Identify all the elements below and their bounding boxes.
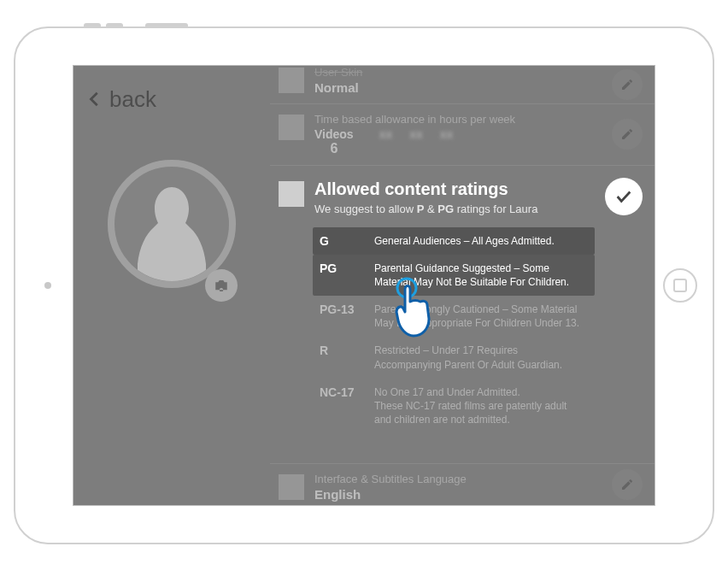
- rating-desc: Parental Guidance Suggested – Some Mater…: [374, 261, 586, 289]
- rating-code: R: [320, 344, 362, 357]
- language-value: English: [314, 487, 595, 502]
- allowance-label: Time based allowance in hours per week: [314, 113, 595, 126]
- allowance-videos-label: Videos: [314, 127, 354, 141]
- checkmark-icon: [614, 187, 633, 206]
- confirm-ratings-button[interactable]: [605, 178, 643, 215]
- camera-icon: [214, 279, 229, 291]
- rating-option-pg[interactable]: PG Parental Guidance Suggested – Some Ma…: [313, 255, 595, 296]
- rating-desc: No One 17 and Under Admitted. These NC-1…: [374, 385, 586, 427]
- row-icon-placeholder: [279, 115, 304, 140]
- rating-code: PG-13: [320, 303, 362, 316]
- row-user-skin[interactable]: User Skin Normal: [270, 66, 655, 104]
- user-skin-label: User Skin: [314, 66, 595, 79]
- row-language[interactable]: Interface & Subtitles Language English: [270, 463, 655, 505]
- rating-option-r[interactable]: R Restricted – Under 17 Requires Accompa…: [313, 337, 595, 378]
- user-skin-value: Normal: [314, 80, 595, 95]
- row-icon-placeholder: [279, 181, 304, 207]
- tablet-frame: back User Skin Normal: [14, 26, 714, 544]
- rating-code: G: [320, 234, 362, 248]
- row-icon-placeholder: [279, 68, 304, 93]
- avatar-image: [108, 160, 236, 288]
- chevron-left-icon: [85, 90, 104, 109]
- rating-option-g[interactable]: G General Audiences – All Ages Admitted.: [313, 227, 595, 255]
- profile-avatar[interactable]: [108, 160, 244, 297]
- pencil-icon: [620, 127, 634, 141]
- device-top-buttons: [84, 23, 188, 28]
- row-icon-placeholder: [279, 474, 304, 500]
- ratings-suggestion: We suggest to allow P & PG ratings for L…: [314, 203, 595, 215]
- rating-option-nc17[interactable]: NC-17 No One 17 and Under Admitted. Thes…: [313, 379, 595, 434]
- back-label: back: [109, 86, 156, 113]
- home-button[interactable]: [663, 268, 697, 303]
- ratings-list: G General Audiences – All Ages Admitted.…: [313, 227, 595, 434]
- rating-option-pg13[interactable]: PG-13 Parents Strongly Cautioned – Some …: [313, 296, 595, 337]
- ratings-title: Allowed content ratings: [314, 179, 595, 199]
- allowance-other-values-blurred: xxxxxx: [379, 127, 454, 141]
- pencil-icon: [620, 78, 634, 91]
- allowance-videos-value: 6: [314, 141, 354, 156]
- app-screen: back User Skin Normal: [73, 66, 655, 505]
- rating-code: NC-17: [320, 385, 362, 399]
- back-button[interactable]: back: [85, 86, 156, 113]
- edit-allowance-button[interactable]: [612, 119, 643, 150]
- rating-desc: Restricted – Under 17 Requires Accompany…: [374, 344, 586, 371]
- person-silhouette-icon: [129, 179, 214, 281]
- rating-desc: Parents Strongly Cautioned – Some Materi…: [374, 303, 586, 330]
- language-label: Interface & Subtitles Language: [314, 473, 595, 485]
- rating-code: PG: [320, 261, 362, 275]
- rating-desc: General Audiences – All Ages Admitted.: [374, 234, 555, 248]
- edit-user-skin-button[interactable]: [612, 69, 643, 100]
- pencil-icon: [620, 478, 634, 491]
- row-time-allowance[interactable]: Time based allowance in hours per week V…: [270, 104, 655, 166]
- row-allowed-ratings: Allowed content ratings We suggest to al…: [270, 166, 655, 463]
- change-photo-button[interactable]: [205, 269, 238, 302]
- edit-language-button[interactable]: [612, 469, 643, 500]
